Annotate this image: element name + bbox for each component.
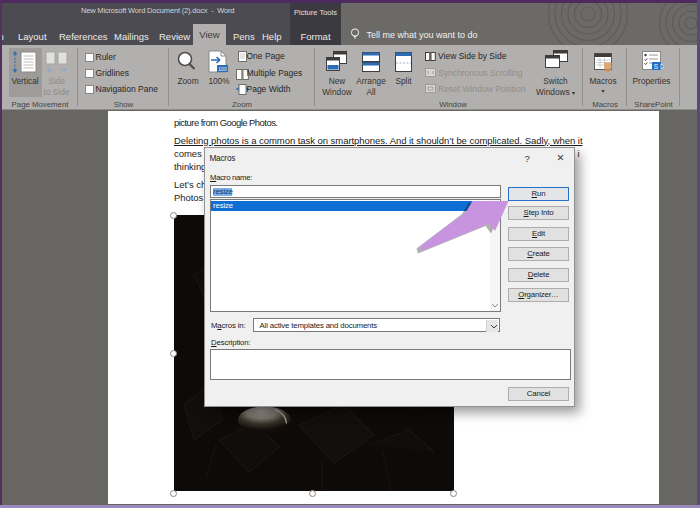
svg-text:S: S [654, 63, 659, 70]
svg-text:100: 100 [218, 66, 227, 72]
